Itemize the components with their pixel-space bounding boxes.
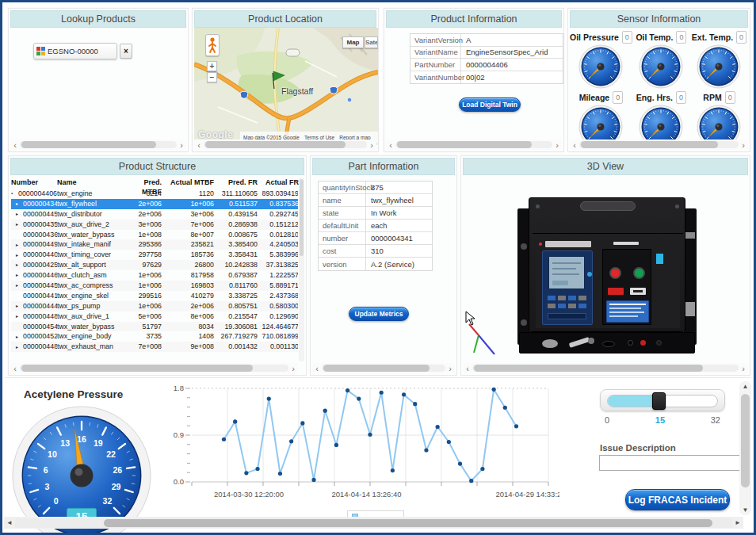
scroll-left-icon[interactable]: ‹ bbox=[194, 140, 204, 150]
scroll-thumb[interactable] bbox=[323, 365, 430, 372]
tree-expander-icon[interactable]: ▪ bbox=[11, 189, 18, 199]
tree-expander-icon[interactable]: ▸ bbox=[16, 332, 23, 342]
scroll-right-icon[interactable]: › bbox=[367, 140, 376, 150]
horizontal-scrollbar[interactable]: ‹› bbox=[312, 363, 455, 373]
log-fracas-button[interactable]: Log FRACAS Incident bbox=[625, 489, 730, 510]
horizontal-scrollbar[interactable]: ‹› bbox=[10, 363, 298, 373]
satellite-type-button[interactable]: Satel bbox=[365, 36, 378, 48]
tree-expander-icon[interactable]: ▸ bbox=[16, 342, 23, 353]
horizontal-scrollbar[interactable]: ‹› bbox=[194, 139, 376, 150]
scroll-right-icon[interactable]: › bbox=[739, 364, 748, 373]
scroll-left-icon[interactable]: ‹ bbox=[312, 364, 322, 373]
table-row[interactable]: ▸0000004250twx_alt_support976292680010.2… bbox=[11, 260, 298, 270]
scroll-down-icon[interactable]: ▼ bbox=[739, 506, 751, 514]
scroll-right-icon[interactable]: › bbox=[177, 140, 186, 150]
product-lookup-combo[interactable]: EGSNO-00000 bbox=[33, 43, 117, 59]
table-row[interactable]: ▸0000004499twx_intake_manif2953862358213… bbox=[11, 239, 298, 250]
tree-expander-icon[interactable]: ▸ bbox=[16, 301, 23, 311]
cell-number: 0000004405 bbox=[23, 250, 57, 258]
scroll-thumb[interactable] bbox=[581, 141, 718, 148]
table-row[interactable]: 0000004361twx_water_bypass1e+0088e+0070.… bbox=[11, 230, 298, 240]
scroll-thumb[interactable] bbox=[104, 519, 712, 527]
tree-expander-icon[interactable]: ▸ bbox=[16, 240, 23, 250]
table-row[interactable]: ▸0000004351twx_aux_drive_23e+0067e+0060.… bbox=[11, 220, 298, 230]
table-row[interactable]: ▪0000004406twx_engine32141120311.1106058… bbox=[11, 189, 298, 199]
sensor-dial-gauge bbox=[639, 44, 683, 89]
table-row[interactable]: ▸0000004341twx_flywheel2e+0061e+0060.511… bbox=[11, 199, 298, 209]
scroll-track[interactable] bbox=[472, 365, 739, 372]
map-zoom-in-button[interactable]: + bbox=[207, 61, 217, 71]
scroll-thumb[interactable] bbox=[741, 394, 750, 487]
scroll-track[interactable] bbox=[20, 141, 177, 148]
scroll-thumb[interactable] bbox=[21, 141, 156, 148]
slider-handle[interactable] bbox=[652, 392, 666, 410]
horizontal-scrollbar[interactable]: ‹› bbox=[570, 139, 748, 150]
scroll-thumb[interactable] bbox=[300, 179, 304, 256]
table-row[interactable]: ▸0000004449twx_ps_pump1e+0062e+0060.8057… bbox=[11, 301, 298, 311]
tree-expander-icon[interactable]: ▸ bbox=[16, 311, 23, 322]
pressure-slider[interactable] bbox=[600, 389, 725, 411]
scroll-right-icon[interactable]: › bbox=[445, 364, 455, 373]
scroll-track[interactable] bbox=[15, 518, 732, 528]
table-row[interactable]: ▸0000004483twx_exhaust_man7e+0089e+0080.… bbox=[11, 342, 298, 352]
table-row[interactable]: 0000004543twx_water_bypass51797803419.30… bbox=[11, 322, 298, 332]
scroll-left-icon[interactable]: ‹ bbox=[570, 140, 579, 150]
scroll-left-icon[interactable]: ◄ bbox=[4, 519, 15, 526]
scroll-track[interactable] bbox=[20, 365, 288, 372]
scroll-left-icon[interactable]: ‹ bbox=[386, 140, 395, 150]
scroll-right-icon[interactable]: › bbox=[552, 140, 562, 150]
tree-expander-icon[interactable]: ▸ bbox=[16, 250, 23, 261]
horizontal-scrollbar[interactable]: ‹› bbox=[463, 363, 748, 373]
scroll-thumb[interactable] bbox=[397, 141, 532, 148]
scroll-left-icon[interactable]: ‹ bbox=[463, 364, 472, 373]
table-row[interactable]: ▸0000004456twx_ac_compress1e+0061698030.… bbox=[11, 281, 298, 291]
table-row[interactable]: ▸0000004462twx_clutch_asm1e+0068179580.6… bbox=[11, 270, 298, 281]
scroll-track[interactable] bbox=[322, 365, 445, 372]
scroll-thumb[interactable] bbox=[474, 365, 703, 372]
scroll-track[interactable] bbox=[395, 141, 552, 148]
scroll-left-icon[interactable]: ‹ bbox=[10, 364, 20, 373]
bottom-vertical-scrollbar[interactable]: ▲ ▼ bbox=[739, 381, 751, 515]
pegman-control[interactable] bbox=[205, 34, 220, 56]
scroll-right-icon[interactable]: › bbox=[288, 364, 298, 373]
page-horizontal-scrollbar[interactable]: ◄ ► bbox=[4, 517, 743, 529]
scroll-track[interactable] bbox=[579, 141, 739, 148]
table-row[interactable]: ▸0000004525twx_engine_body37351408267.71… bbox=[11, 331, 298, 342]
update-metrics-button[interactable]: Update Metrics bbox=[349, 307, 409, 321]
off-button[interactable] bbox=[609, 267, 621, 279]
cell-number: 0000004406 bbox=[18, 189, 57, 197]
scroll-track[interactable] bbox=[204, 141, 367, 148]
tree-expander-icon[interactable]: ▸ bbox=[16, 260, 23, 270]
tree-expander-icon[interactable]: ▸ bbox=[16, 281, 23, 291]
breaker-3d-model[interactable] bbox=[517, 197, 697, 356]
tree-expander-icon[interactable]: ▸ bbox=[16, 220, 23, 230]
on-button[interactable] bbox=[633, 267, 645, 279]
load-digital-twin-button[interactable]: Load Digital Twin bbox=[459, 97, 521, 112]
gauge-value-box: 0 bbox=[676, 91, 686, 104]
vertical-scrollbar[interactable] bbox=[299, 178, 304, 361]
scroll-right-icon[interactable]: ► bbox=[732, 519, 743, 526]
map-zoom-out-button[interactable]: − bbox=[207, 72, 217, 82]
field-row: quantityInStock375 bbox=[319, 182, 432, 194]
scroll-thumb[interactable] bbox=[205, 141, 346, 148]
map-type-button[interactable]: Map bbox=[342, 36, 364, 48]
tree-expander-icon[interactable]: ▸ bbox=[16, 270, 23, 281]
scroll-up-icon[interactable]: ▲ bbox=[739, 383, 751, 390]
table-row[interactable]: ▸0000004484twx_aux_drive_15e+0068e+0060.… bbox=[11, 311, 298, 322]
tree-expander-icon[interactable]: ▸ bbox=[16, 209, 23, 220]
cell-actual-mtbf: 1120 bbox=[165, 189, 217, 199]
horizontal-scrollbar[interactable]: ‹› bbox=[386, 139, 562, 150]
scroll-left-icon[interactable]: ‹ bbox=[10, 140, 20, 150]
scroll-thumb[interactable] bbox=[21, 365, 253, 372]
slider-groove[interactable] bbox=[607, 395, 718, 407]
table-row[interactable]: ▸0000004451twx_distributor2e+0063e+0060.… bbox=[11, 209, 298, 220]
table-row[interactable]: 0000004414twx_engine_skel2995164102793.3… bbox=[11, 291, 298, 301]
issue-description-input[interactable] bbox=[599, 455, 740, 471]
horizontal-scrollbar[interactable]: ‹› bbox=[10, 139, 186, 150]
table-row[interactable]: ▸0000004405twx_timing_cover2977581857363… bbox=[11, 250, 298, 260]
tree-expander-icon[interactable]: ▸ bbox=[16, 199, 23, 209]
cell-actual-fr: 37.313825 bbox=[261, 260, 298, 270]
combo-clear-button[interactable]: × bbox=[120, 44, 132, 59]
cell-pred-fr: 0.811760 bbox=[217, 281, 261, 291]
scroll-right-icon[interactable]: › bbox=[739, 140, 748, 150]
